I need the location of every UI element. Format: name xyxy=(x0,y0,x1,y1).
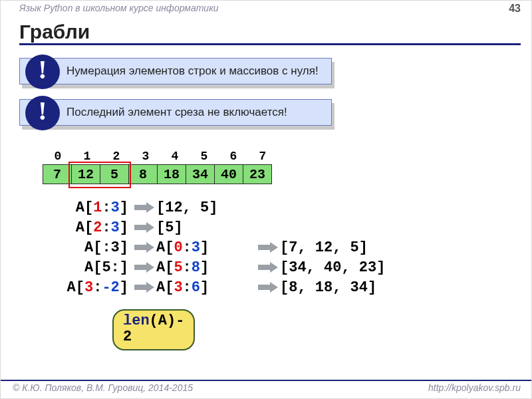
slice-row: A[3:-2] A[3:6] [8, 18, 34] xyxy=(19,277,385,297)
slice-lhs: A[1:3] xyxy=(19,200,132,216)
svg-marker-5 xyxy=(258,262,278,273)
callouts: ! Нумерация элементов строк и массивов с… xyxy=(19,58,332,140)
svg-marker-3 xyxy=(258,242,278,253)
slice-result: [7, 12, 5] xyxy=(280,239,368,256)
footer-url: http://kpolyakov.spb.ru xyxy=(428,382,521,398)
idx: 7 xyxy=(248,150,277,163)
copyright: © К.Ю. Поляков, В.М. Гуровиц, 2014-2015 xyxy=(13,382,193,398)
slice-lhs: A[:3] xyxy=(19,239,132,256)
cells-row: 7 12 5 8 18 34 40 23 xyxy=(43,164,277,184)
page-number: 43 xyxy=(509,3,521,18)
len-rest2: 2 xyxy=(123,329,132,345)
arrow-icon xyxy=(132,282,156,293)
arrow-icon xyxy=(256,262,280,273)
callout-text: Последний элемент среза не включается! xyxy=(66,106,287,119)
arrow-icon xyxy=(132,242,156,253)
idx: 6 xyxy=(219,150,248,163)
arrow-icon xyxy=(256,282,280,293)
exclamation-icon: ! xyxy=(25,55,60,89)
page-title: Грабли xyxy=(19,21,521,43)
cell: 18 xyxy=(157,164,186,184)
callout-slice-end: ! Последний элемент среза не включается! xyxy=(19,99,332,126)
exclamation-icon: ! xyxy=(25,96,60,130)
slice-lhs: A[5:] xyxy=(19,259,132,276)
callout-text: Нумерация элементов строк и массивов с н… xyxy=(66,65,319,78)
slice-row: A[1:3] [12, 5] xyxy=(19,198,385,217)
len-bubble: len(A)- 2 xyxy=(112,309,195,350)
cell: 5 xyxy=(100,164,129,184)
cell: 8 xyxy=(128,164,158,184)
arrow-icon xyxy=(132,262,156,273)
header: Язык Python в школьном курсе информатики… xyxy=(1,1,531,18)
arrow-icon xyxy=(256,242,280,253)
slice-row: A[5:] A[5:8] [34, 40, 23] xyxy=(19,257,385,277)
len-keyword: len xyxy=(123,313,150,329)
arrow-icon xyxy=(132,202,156,213)
slice-equiv: A[0:3] xyxy=(156,239,256,256)
slice-examples: A[1:3] [12, 5] A[2:3] [5] A[:3] A[0:3] [… xyxy=(19,198,385,297)
svg-marker-2 xyxy=(134,242,154,253)
index-row: 0 1 2 3 4 5 6 7 xyxy=(43,150,277,163)
idx: 5 xyxy=(190,150,219,163)
idx: 1 xyxy=(72,150,102,163)
cell: 23 xyxy=(243,164,272,184)
callout-box: ! Нумерация элементов строк и массивов с… xyxy=(19,58,332,84)
slice-result: [34, 40, 23] xyxy=(280,259,385,276)
cell: 12 xyxy=(71,164,100,184)
course-name: Язык Python в школьном курсе информатики xyxy=(19,3,219,18)
slice-result: [5] xyxy=(156,219,256,236)
idx: 3 xyxy=(131,150,160,163)
footer: © К.Ю. Поляков, В.М. Гуровиц, 2014-2015 … xyxy=(1,380,531,398)
idx: 4 xyxy=(160,150,190,163)
svg-marker-7 xyxy=(258,282,278,293)
svg-marker-6 xyxy=(134,282,154,293)
slice-equiv: A[3:6] xyxy=(156,279,256,296)
cell: 7 xyxy=(43,164,72,184)
svg-marker-1 xyxy=(134,222,154,233)
idx: 2 xyxy=(102,150,131,163)
slice-row: A[:3] A[0:3] [7, 12, 5] xyxy=(19,237,385,257)
callout-box: ! Последний элемент среза не включается! xyxy=(19,99,332,126)
callout-indexing: ! Нумерация элементов строк и массивов с… xyxy=(19,58,332,84)
idx: 0 xyxy=(43,150,72,163)
slice-result: [8, 18, 34] xyxy=(280,279,376,296)
slice-equiv: A[5:8] xyxy=(156,259,256,276)
slice-lhs: A[2:3] xyxy=(19,219,132,236)
slice-lhs: A[3:-2] xyxy=(19,279,132,296)
title-row: Грабли xyxy=(19,21,521,45)
array-diagram: 0 1 2 3 4 5 6 7 7 12 5 8 18 34 40 23 xyxy=(43,150,277,184)
cell: 40 xyxy=(214,164,243,184)
len-rest: (A)- xyxy=(150,313,185,329)
cell: 34 xyxy=(186,164,215,184)
arrow-icon xyxy=(132,222,156,233)
svg-marker-0 xyxy=(134,202,154,213)
slice-row: A[2:3] [5] xyxy=(19,217,385,237)
svg-marker-4 xyxy=(134,262,154,273)
slice-result: [12, 5] xyxy=(156,200,256,216)
